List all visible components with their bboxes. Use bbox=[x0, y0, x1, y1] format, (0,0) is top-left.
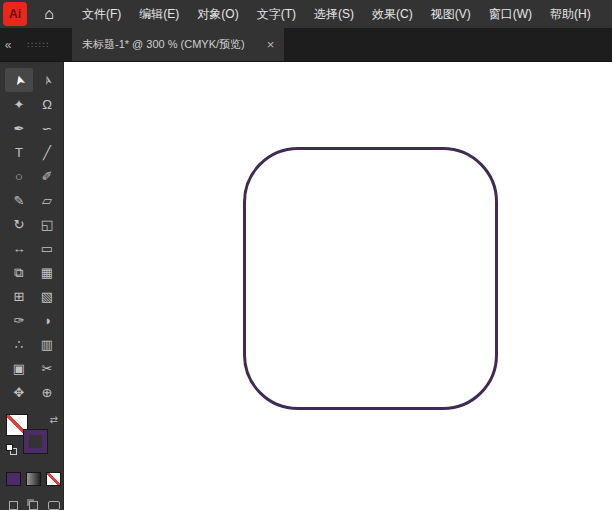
color-button[interactable] bbox=[6, 472, 21, 486]
menu-object[interactable]: 对象(O) bbox=[188, 0, 247, 28]
pencil-tool[interactable]: ✎ bbox=[5, 188, 33, 212]
direct-selection-tool[interactable]: ➢ bbox=[33, 68, 61, 92]
free-transform-tool[interactable]: ▭ bbox=[33, 236, 61, 260]
home-icon[interactable]: ⌂ bbox=[37, 2, 61, 26]
slice-tool[interactable]: ✂ bbox=[33, 356, 61, 380]
eraser-tool[interactable]: ▱ bbox=[33, 188, 61, 212]
tab-bar: « ∷∷∷ 未标题-1* @ 300 % (CMYK/预览) × bbox=[0, 28, 612, 62]
color-controls-row bbox=[6, 472, 63, 486]
gradient-tool[interactable]: ▧ bbox=[33, 284, 61, 308]
menu-effect[interactable]: 效果(C) bbox=[363, 0, 422, 28]
perspective-grid-tool[interactable]: ▦ bbox=[33, 260, 61, 284]
collapse-toolbar-icon[interactable]: « bbox=[0, 28, 16, 61]
menu-help[interactable]: 帮助(H) bbox=[541, 0, 600, 28]
menu-edit[interactable]: 编辑(E) bbox=[130, 0, 188, 28]
screen-mode-icon bbox=[48, 501, 60, 510]
artboard-shape[interactable] bbox=[243, 147, 498, 410]
pen-tool[interactable]: ✒ bbox=[5, 116, 33, 140]
direct-selection-cursor-icon: ➢ bbox=[39, 73, 54, 87]
document-tab[interactable]: 未标题-1* @ 300 % (CMYK/预览) × bbox=[72, 28, 284, 61]
draw-normal-icon bbox=[9, 501, 18, 510]
curvature-tool[interactable]: ∽ bbox=[33, 116, 61, 140]
draw-behind-button[interactable] bbox=[26, 498, 41, 510]
illustrator-logo-icon: Ai bbox=[3, 2, 27, 26]
toolbar-grip-icon[interactable]: ∷∷∷ bbox=[16, 28, 62, 61]
close-icon[interactable]: × bbox=[267, 38, 275, 51]
shape-builder-tool[interactable]: ⧉ bbox=[5, 260, 33, 284]
document-tab-title: 未标题-1* @ 300 % (CMYK/预览) bbox=[82, 37, 245, 52]
rotate-tool[interactable]: ↻ bbox=[5, 212, 33, 236]
logo-text: Ai bbox=[9, 7, 21, 21]
magic-wand-tool[interactable]: ✦ bbox=[5, 92, 33, 116]
line-segment-tool[interactable]: ╱ bbox=[33, 140, 61, 164]
symbol-sprayer-tool[interactable]: ∴ bbox=[5, 332, 33, 356]
zoom-tool[interactable]: ⊕ bbox=[33, 380, 61, 404]
selection-cursor-icon: ➤ bbox=[11, 73, 26, 87]
stroke-swatch[interactable] bbox=[24, 430, 47, 453]
eyedropper-tool[interactable]: ✑ bbox=[5, 308, 33, 332]
menu-view[interactable]: 视图(V) bbox=[422, 0, 480, 28]
none-button[interactable] bbox=[46, 472, 61, 486]
type-tool[interactable]: T bbox=[5, 140, 33, 164]
gradient-button[interactable] bbox=[26, 472, 41, 486]
mesh-tool[interactable]: ⊞ bbox=[5, 284, 33, 308]
selection-tool[interactable]: ➤ bbox=[5, 68, 33, 92]
menu-file[interactable]: 文件(F) bbox=[73, 0, 130, 28]
menu-select[interactable]: 选择(S) bbox=[305, 0, 363, 28]
canvas-area[interactable] bbox=[64, 62, 612, 510]
column-graph-tool[interactable]: ▥ bbox=[33, 332, 61, 356]
illustrator-window: Ai ⌂ 文件(F) 编辑(E) 对象(O) 文字(T) 选择(S) 效果(C)… bbox=[0, 0, 612, 510]
tools-grid: ➤ ➢ ✦ Ω ✒ ∽ T ╱ ○ ✐ ✎ ▱ ↻ ◱ ↔ ▭ ⧉ ▦ ⊞ ▧ bbox=[0, 62, 63, 404]
menu-bar: Ai ⌂ 文件(F) 编辑(E) 对象(O) 文字(T) 选择(S) 效果(C)… bbox=[0, 0, 612, 28]
menu-type[interactable]: 文字(T) bbox=[248, 0, 305, 28]
hand-tool[interactable]: ✥ bbox=[5, 380, 33, 404]
lasso-tool[interactable]: Ω bbox=[33, 92, 61, 116]
tools-panel: ➤ ➢ ✦ Ω ✒ ∽ T ╱ ○ ✐ ✎ ▱ ↻ ◱ ↔ ▭ ⧉ ▦ ⊞ ▧ bbox=[0, 62, 64, 510]
menu-window[interactable]: 窗口(W) bbox=[480, 0, 541, 28]
scale-tool[interactable]: ◱ bbox=[33, 212, 61, 236]
draw-behind-icon bbox=[29, 501, 38, 510]
width-tool[interactable]: ↔ bbox=[5, 236, 33, 260]
blend-tool[interactable]: ◑ bbox=[33, 308, 61, 332]
swap-fill-stroke-icon[interactable]: ⇄ bbox=[50, 414, 58, 425]
default-fill-chip bbox=[6, 444, 13, 451]
fill-stroke-controls: ⇄ bbox=[6, 414, 58, 460]
screen-mode-button[interactable] bbox=[46, 498, 61, 510]
draw-mode-row bbox=[6, 498, 63, 510]
artboard-tool[interactable]: ▣ bbox=[5, 356, 33, 380]
draw-normal-button[interactable] bbox=[6, 498, 21, 510]
default-fill-stroke-icon[interactable] bbox=[6, 444, 18, 456]
paintbrush-tool[interactable]: ✐ bbox=[33, 164, 61, 188]
ellipse-tool[interactable]: ○ bbox=[5, 164, 33, 188]
